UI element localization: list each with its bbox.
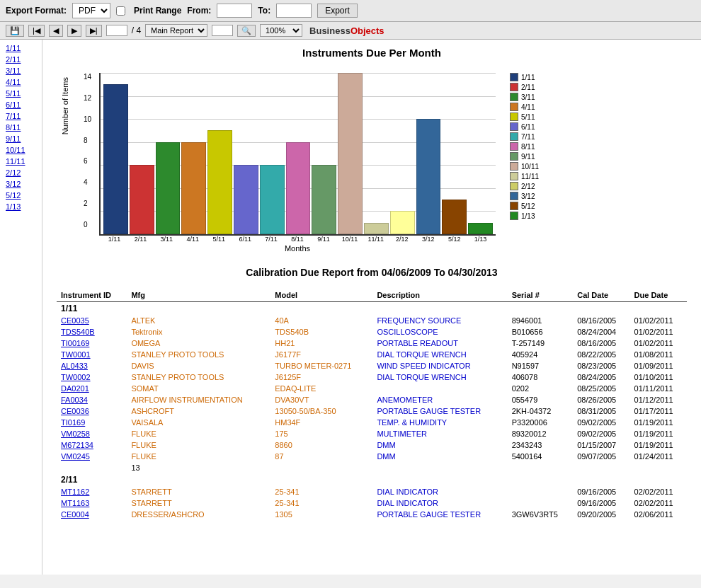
table-row: DA0201SOMATEDAQ-LITE020208/25/200501/11/…: [57, 383, 687, 394]
table-cell: 01/02/2011: [630, 315, 687, 326]
sidebar-item[interactable]: 7/11: [0, 110, 42, 122]
legend-item: 8/11: [510, 142, 539, 151]
table-cell[interactable]: TI00169: [57, 338, 127, 349]
x-label: 11/11: [363, 236, 388, 243]
y-axis-label: Number of Items: [61, 77, 69, 134]
table-cell: 09/02/2005: [573, 428, 629, 439]
from-input[interactable]: [217, 4, 252, 18]
table-cell[interactable]: M672134: [57, 439, 127, 451]
table-cell: 01/17/2011: [630, 405, 687, 417]
x-label: 2/12: [389, 236, 414, 243]
to-input[interactable]: [276, 4, 312, 18]
legend-label: 11/11: [521, 173, 539, 180]
sidebar-item[interactable]: 1/11: [0, 42, 42, 54]
table-cell: 25-341: [270, 486, 372, 497]
sidebar-item[interactable]: 10/11: [0, 144, 42, 156]
table-cell: ASHCROFT: [127, 405, 270, 417]
legend-color-box: [510, 202, 518, 210]
chart-container: Number of Items 0 2 4 6 8 10 12 14: [57, 66, 687, 253]
table-cell: MULTIMETER: [372, 428, 507, 439]
sidebar-item[interactable]: 11/11: [0, 156, 42, 167]
table-cell: 1305: [270, 509, 372, 520]
export-button[interactable]: Export: [317, 4, 358, 18]
page-number-input[interactable]: 1: [106, 25, 127, 36]
export-format-select[interactable]: PDF: [72, 3, 110, 18]
table-cell: 01/19/2011: [630, 417, 687, 428]
table-cell: 08/24/2004: [573, 326, 629, 338]
table-cell: 2343243: [508, 439, 574, 451]
sidebar-item[interactable]: 9/11: [0, 133, 42, 144]
nav-last-button[interactable]: ▶|: [86, 25, 102, 37]
chart-bar: [260, 165, 285, 234]
x-label: 3/12: [416, 236, 440, 243]
x-axis-label: Months: [99, 244, 496, 253]
table-cell[interactable]: TW0001: [57, 349, 127, 360]
table-row: VM0245FLUKE87DMM540016409/07/200501/24/2…: [57, 451, 687, 462]
x-label: 8/11: [285, 236, 310, 243]
table-cell[interactable]: MT1163: [57, 497, 127, 509]
table-cell: STANLEY PROTO TOOLS: [127, 371, 270, 383]
table-cell: DIAL INDICATOR: [372, 486, 507, 497]
print-range-checkbox[interactable]: [116, 6, 125, 16]
table-cell[interactable]: AL0433: [57, 360, 127, 371]
table-cell: PORTABLE GAUGE TESTER: [372, 509, 507, 520]
table-cell: TEMP. & HUMIDITY: [372, 417, 507, 428]
table-cell: 01/09/2011: [630, 360, 687, 371]
table-cell: 02/02/2011: [630, 497, 687, 509]
legend-color-box: [510, 182, 518, 190]
table-cell[interactable]: CE0004: [57, 509, 127, 520]
x-label: 2/11: [128, 236, 153, 243]
table-row: AL0433DAVISTURBO METER-0271WIND SPEED IN…: [57, 360, 687, 371]
legend-item: 10/11: [510, 162, 539, 171]
chart-bar: [364, 223, 389, 234]
table-row: MT1163STARRETT25-341DIAL INDICATOR09/16/…: [57, 497, 687, 509]
table-cell[interactable]: CE0035: [57, 315, 127, 326]
table-cell: OMEGA: [127, 338, 270, 349]
table-cell[interactable]: DA0201: [57, 383, 127, 394]
sidebar-item[interactable]: 4/11: [0, 76, 42, 88]
table-cell[interactable]: TI0169: [57, 417, 127, 428]
zoom-select[interactable]: 100%: [260, 24, 302, 37]
sidebar-item[interactable]: 8/11: [0, 122, 42, 133]
nav-first-button[interactable]: |◀: [28, 25, 45, 37]
nav-save-icon[interactable]: 💾: [6, 25, 24, 37]
table-cell: PORTABLE READOUT: [372, 338, 507, 349]
chart-bar: [181, 142, 206, 234]
nav-next-button[interactable]: ▶: [67, 25, 81, 37]
table-cell[interactable]: TDS540B: [57, 326, 127, 338]
page-total: / 4: [132, 25, 141, 35]
table-cell[interactable]: MT1162: [57, 486, 127, 497]
sidebar-item[interactable]: 3/12: [0, 178, 42, 190]
table-cell[interactable]: CE0036: [57, 405, 127, 417]
table-cell[interactable]: VM0245: [57, 451, 127, 462]
table-cell[interactable]: VM0258: [57, 428, 127, 439]
sidebar-item[interactable]: 2/11: [0, 54, 42, 65]
nav-prev-button[interactable]: ◀: [49, 25, 63, 37]
report-select[interactable]: Main Report: [145, 24, 207, 37]
chart-bar: [312, 165, 336, 234]
table-cell: 02/06/2011: [630, 509, 687, 520]
legend-color-box: [510, 122, 518, 131]
table-cell: ALTEK: [127, 315, 270, 326]
legend-label: 9/11: [521, 153, 535, 161]
legend-label: 2/12: [521, 183, 535, 190]
table-cell[interactable]: TW0002: [57, 371, 127, 383]
search-input[interactable]: [212, 25, 233, 36]
table-cell: TURBO METER-0271: [270, 360, 372, 371]
sidebar-item[interactable]: 1/13: [0, 201, 42, 212]
table-cell: STARRETT: [127, 497, 270, 509]
sidebar-item[interactable]: 3/11: [0, 65, 42, 76]
table-cell: 175: [270, 428, 372, 439]
legend-label: 8/11: [521, 143, 535, 151]
table-cell[interactable]: FA0034: [57, 394, 127, 405]
search-button[interactable]: 🔍: [237, 25, 256, 37]
table-cell: 01/12/2011: [630, 394, 687, 405]
sidebar-item[interactable]: 2/12: [0, 167, 42, 178]
table-cell: STARRETT: [127, 486, 270, 497]
to-label: To:: [258, 6, 270, 16]
sidebar-item[interactable]: 6/11: [0, 99, 42, 110]
x-axis-labels: 1/112/113/114/115/116/117/118/119/1110/1…: [99, 236, 496, 243]
table-cell: 01/19/2011: [630, 428, 687, 439]
sidebar-item[interactable]: 5/11: [0, 88, 42, 99]
sidebar-item[interactable]: 5/12: [0, 190, 42, 201]
